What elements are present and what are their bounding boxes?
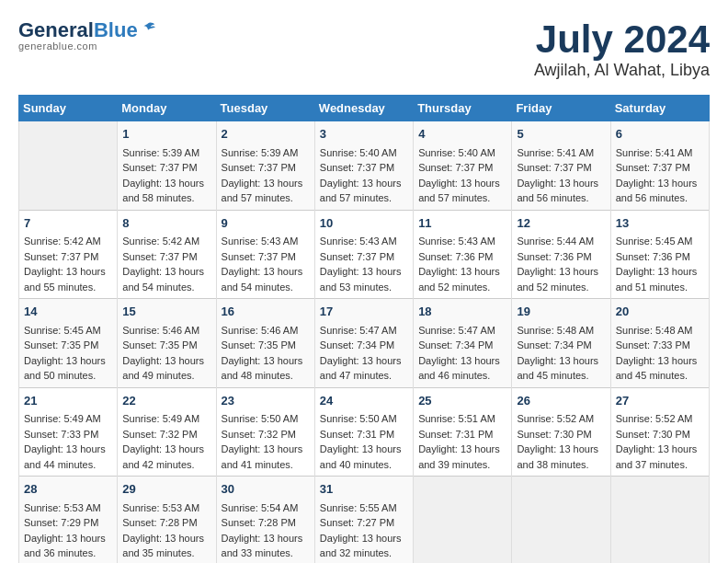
cell-text: Sunset: 7:37 PM bbox=[616, 160, 704, 176]
day-number: 2 bbox=[222, 125, 310, 144]
cell-text: and 48 minutes. bbox=[222, 368, 310, 384]
cell-text: Sunset: 7:30 PM bbox=[517, 427, 605, 442]
calendar-cell: 20Sunrise: 5:48 AMSunset: 7:33 PMDayligh… bbox=[610, 299, 709, 388]
cell-text: Sunrise: 5:45 AM bbox=[616, 234, 704, 249]
cell-text: Daylight: 13 hours bbox=[320, 176, 408, 191]
day-number: 12 bbox=[517, 214, 605, 233]
calendar-cell: 15Sunrise: 5:46 AMSunset: 7:35 PMDayligh… bbox=[118, 299, 216, 388]
calendar-cell: 16Sunrise: 5:46 AMSunset: 7:35 PMDayligh… bbox=[216, 299, 314, 388]
cell-text: Sunset: 7:35 PM bbox=[24, 338, 112, 353]
cell-text: Daylight: 13 hours bbox=[616, 264, 704, 280]
cell-text: Sunset: 7:30 PM bbox=[616, 427, 704, 442]
cell-text: Sunset: 7:33 PM bbox=[616, 338, 704, 353]
day-number: 15 bbox=[122, 303, 210, 321]
header-cell-wednesday: Wednesday bbox=[314, 96, 413, 121]
calendar-cell bbox=[414, 477, 512, 563]
cell-text: Sunrise: 5:39 AM bbox=[222, 145, 310, 161]
day-number: 21 bbox=[24, 392, 112, 410]
calendar-cell: 18Sunrise: 5:47 AMSunset: 7:34 PMDayligh… bbox=[414, 299, 512, 388]
cell-text: Daylight: 13 hours bbox=[122, 442, 210, 457]
cell-text: Daylight: 13 hours bbox=[418, 442, 506, 457]
cell-text: Sunrise: 5:49 AM bbox=[122, 411, 210, 427]
cell-text: and 56 minutes. bbox=[517, 190, 605, 206]
calendar-cell: 29Sunrise: 5:53 AMSunset: 7:28 PMDayligh… bbox=[118, 477, 216, 563]
cell-text: and 49 minutes. bbox=[122, 368, 210, 384]
header-cell-tuesday: Tuesday bbox=[216, 96, 314, 121]
cell-text: and 45 minutes. bbox=[517, 368, 605, 384]
header-cell-thursday: Thursday bbox=[414, 96, 512, 121]
day-number: 11 bbox=[418, 214, 506, 233]
cell-text: Sunrise: 5:42 AM bbox=[24, 234, 112, 249]
cell-text: and 46 minutes. bbox=[418, 368, 506, 384]
cell-text: Sunrise: 5:47 AM bbox=[320, 323, 408, 339]
day-number: 17 bbox=[320, 303, 408, 321]
cell-text: Daylight: 13 hours bbox=[222, 176, 310, 191]
cell-text: Sunrise: 5:48 AM bbox=[616, 323, 704, 339]
cell-text: and 36 minutes. bbox=[24, 546, 112, 561]
cell-text: Sunrise: 5:40 AM bbox=[320, 145, 408, 161]
cell-text: and 57 minutes. bbox=[320, 190, 408, 206]
calendar-cell: 2Sunrise: 5:39 AMSunset: 7:37 PMDaylight… bbox=[216, 121, 314, 211]
cell-text: Sunset: 7:37 PM bbox=[320, 249, 408, 265]
day-number: 9 bbox=[222, 214, 310, 233]
cell-text: Daylight: 13 hours bbox=[24, 353, 112, 369]
cell-text: Daylight: 13 hours bbox=[517, 264, 605, 280]
cell-text: Sunset: 7:28 PM bbox=[222, 515, 310, 531]
cell-text: Daylight: 13 hours bbox=[222, 442, 310, 457]
cell-text: Sunrise: 5:44 AM bbox=[517, 234, 605, 249]
page-header: GeneralBlue generablue.com July 2024 Awj… bbox=[18, 18, 710, 80]
title-block: July 2024 Awjilah, Al Wahat, Libya bbox=[534, 18, 710, 80]
header-cell-sunday: Sunday bbox=[19, 96, 118, 121]
header-row: SundayMondayTuesdayWednesdayThursdayFrid… bbox=[19, 96, 710, 121]
cell-text: Daylight: 13 hours bbox=[418, 353, 506, 369]
cell-text: and 40 minutes. bbox=[320, 457, 408, 473]
logo-underline: generablue.com bbox=[18, 40, 97, 52]
calendar-header: SundayMondayTuesdayWednesdayThursdayFrid… bbox=[19, 96, 710, 121]
week-row-5: 28Sunrise: 5:53 AMSunset: 7:29 PMDayligh… bbox=[19, 477, 710, 563]
cell-text: and 42 minutes. bbox=[122, 457, 210, 473]
cell-text: Sunset: 7:37 PM bbox=[517, 160, 605, 176]
cell-text: Sunrise: 5:41 AM bbox=[517, 145, 605, 161]
calendar-cell bbox=[19, 121, 118, 211]
logo-bird-icon bbox=[140, 20, 156, 37]
header-cell-monday: Monday bbox=[118, 96, 216, 121]
cell-text: and 44 minutes. bbox=[24, 457, 112, 473]
calendar-cell: 6Sunrise: 5:41 AMSunset: 7:37 PMDaylight… bbox=[610, 121, 709, 211]
calendar-cell: 3Sunrise: 5:40 AMSunset: 7:37 PMDaylight… bbox=[314, 121, 413, 211]
cell-text: Sunrise: 5:45 AM bbox=[24, 323, 112, 339]
week-row-2: 7Sunrise: 5:42 AMSunset: 7:37 PMDaylight… bbox=[19, 210, 710, 299]
day-number: 31 bbox=[320, 480, 408, 499]
cell-text: Sunset: 7:37 PM bbox=[222, 249, 310, 265]
cell-text: Sunset: 7:34 PM bbox=[517, 338, 605, 353]
day-number: 22 bbox=[122, 392, 210, 410]
calendar-cell: 19Sunrise: 5:48 AMSunset: 7:34 PMDayligh… bbox=[512, 299, 610, 388]
cell-text: Sunrise: 5:48 AM bbox=[517, 323, 605, 339]
cell-text: Sunrise: 5:43 AM bbox=[418, 234, 506, 249]
cell-text: Sunrise: 5:46 AM bbox=[222, 323, 310, 339]
calendar-cell: 22Sunrise: 5:49 AMSunset: 7:32 PMDayligh… bbox=[118, 387, 216, 477]
header-cell-saturday: Saturday bbox=[610, 96, 709, 121]
day-number: 20 bbox=[616, 303, 704, 321]
cell-text: Daylight: 13 hours bbox=[222, 531, 310, 546]
cell-text: and 37 minutes. bbox=[616, 457, 704, 473]
week-row-3: 14Sunrise: 5:45 AMSunset: 7:35 PMDayligh… bbox=[19, 299, 710, 388]
cell-text: Sunset: 7:37 PM bbox=[24, 249, 112, 265]
calendar-body: 1Sunrise: 5:39 AMSunset: 7:37 PMDaylight… bbox=[19, 121, 710, 563]
cell-text: Sunrise: 5:46 AM bbox=[122, 323, 210, 339]
day-number: 27 bbox=[616, 392, 704, 410]
calendar-cell: 31Sunrise: 5:55 AMSunset: 7:27 PMDayligh… bbox=[314, 477, 413, 563]
day-number: 26 bbox=[517, 392, 605, 410]
cell-text: Sunrise: 5:53 AM bbox=[24, 500, 112, 516]
cell-text: Sunset: 7:27 PM bbox=[320, 515, 408, 531]
cell-text: and 55 minutes. bbox=[24, 280, 112, 295]
calendar-cell: 4Sunrise: 5:40 AMSunset: 7:37 PMDaylight… bbox=[414, 121, 512, 211]
cell-text: and 33 minutes. bbox=[222, 546, 310, 561]
calendar-cell bbox=[610, 477, 709, 563]
location: Awjilah, Al Wahat, Libya bbox=[534, 61, 710, 80]
cell-text: Sunset: 7:34 PM bbox=[320, 338, 408, 353]
day-number: 14 bbox=[24, 303, 112, 321]
cell-text: Sunset: 7:31 PM bbox=[418, 427, 506, 442]
calendar-cell: 26Sunrise: 5:52 AMSunset: 7:30 PMDayligh… bbox=[512, 387, 610, 477]
cell-text: Sunrise: 5:51 AM bbox=[418, 411, 506, 427]
cell-text: Daylight: 13 hours bbox=[122, 531, 210, 546]
